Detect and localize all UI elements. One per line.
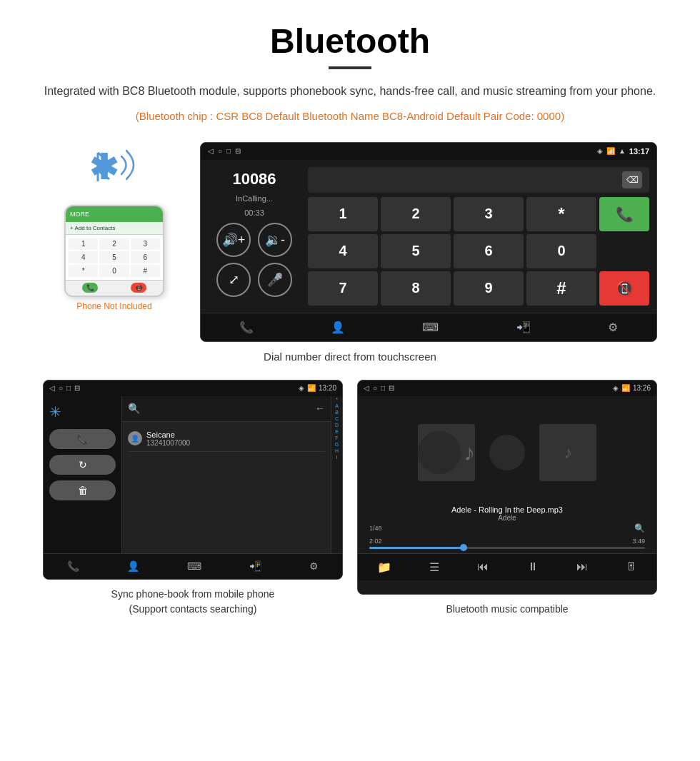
music-time: 13:26 <box>633 384 651 392</box>
key-3[interactable]: 3 <box>454 197 524 231</box>
backspace-btn[interactable]: ⌫ <box>622 171 642 188</box>
music-progress-bar[interactable] <box>369 547 645 549</box>
key-0[interactable]: 0 <box>526 234 596 268</box>
music-track-count: 1/48 <box>369 525 382 532</box>
music-time-row: 2:02 3:49 <box>369 538 645 545</box>
key-2[interactable]: 2 <box>381 197 451 231</box>
bluetooth-signal-icon: ✱ <box>82 142 146 192</box>
pb-device-icon[interactable]: 📲 <box>249 560 261 572</box>
pb-back-icon: ◁ <box>49 384 55 392</box>
phone-contact-row: + Add to Contacts <box>66 222 163 235</box>
answer-btn[interactable]: 📞 <box>599 197 649 231</box>
key-7[interactable]: 7 <box>308 271 378 306</box>
orange-note: (Bluetooth chip : CSR BC8 Default Blueto… <box>43 108 657 125</box>
pb-bluetooth-icon: ✳ <box>49 403 116 420</box>
dial-calling-status: InCalling... <box>236 194 273 203</box>
pb-contact-list: 👤 Seicane 13241007000 <box>122 422 331 456</box>
phonebook-screen: ◁ ○ □ ⊟ ◈ 📶 13:20 ✳ 📞 <box>43 380 343 580</box>
pb-contacts-icon[interactable]: 👤 <box>127 560 139 572</box>
back-nav-icon: ◁ <box>208 147 214 155</box>
key-9[interactable]: 9 <box>454 271 524 306</box>
music-right-icons: ◈ 📶 13:26 <box>613 384 651 392</box>
phone-keypad-grid: 1 2 3 4 5 6 * 0 # <box>69 238 160 277</box>
pb-alpha-a[interactable]: A <box>331 403 342 409</box>
dial-caption: Dial number direct from touchscreen <box>43 351 657 363</box>
screen-share-btn[interactable]: ⤢ <box>216 263 251 297</box>
key-1[interactable]: 1 <box>308 197 378 231</box>
album-placeholder-left <box>418 431 461 474</box>
mic-btn[interactable]: 🎤 <box>258 263 292 297</box>
music-screen: ◁ ○ □ ⊟ ◈ 📶 13:26 <box>357 380 657 595</box>
pb-alpha-e[interactable]: E <box>331 428 342 435</box>
pb-alpha-i[interactable]: I <box>331 454 342 460</box>
music-note-icon-main: ♪ <box>464 440 475 466</box>
phone-key: 0 <box>99 265 129 277</box>
key-6[interactable]: 6 <box>454 234 524 268</box>
pb-alpha-c[interactable]: C <box>331 415 342 422</box>
phonebook-item: ◁ ○ □ ⊟ ◈ 📶 13:20 ✳ 📞 <box>43 380 343 617</box>
page-title: Bluetooth <box>43 21 657 61</box>
pb-alpha-star: * <box>331 396 342 403</box>
music-eq-icon[interactable]: 🎚 <box>626 560 637 573</box>
music-prev-icon[interactable]: ⏮ <box>477 560 489 573</box>
music-signal-icon: 📶 <box>621 384 630 392</box>
phone-key: 3 <box>131 238 160 250</box>
volume-down-btn[interactable]: 🔉- <box>258 223 292 257</box>
dial-right: ⌫ 1 2 3 * 📞 4 5 6 0 7 8 <box>308 167 649 306</box>
key-hash[interactable]: # <box>526 271 596 306</box>
phone-top-bar: MORE <box>66 206 163 222</box>
pb-delete-btn[interactable]: 🗑 <box>49 480 116 500</box>
pb-sync-btn[interactable]: ↻ <box>49 455 116 475</box>
phone-call-red: 📵 <box>131 283 146 293</box>
music-progress-dot <box>460 544 467 551</box>
pb-alpha-b[interactable]: B <box>331 409 342 415</box>
key-4[interactable]: 4 <box>308 234 378 268</box>
dial-settings-icon[interactable]: ⚙ <box>604 316 622 338</box>
pb-alpha-bar: * A B C D E F G H I <box>331 396 342 553</box>
pb-contact-name: Seicane <box>146 430 190 439</box>
volume-up-btn[interactable]: 🔊+ <box>216 223 251 257</box>
key-star[interactable]: * <box>526 197 596 231</box>
pb-main: 🔍 ← 👤 Seicane 132410070 <box>122 396 342 553</box>
pb-alpha-f[interactable]: F <box>331 435 342 441</box>
pb-keypad-icon[interactable]: ⌨ <box>187 560 201 572</box>
pb-call-btn[interactable]: 📞 <box>49 429 116 449</box>
music-album-art-left: ♪ <box>418 424 475 481</box>
music-folder-icon[interactable]: 📁 <box>377 560 391 574</box>
key-5[interactable]: 5 <box>381 234 451 268</box>
dial-voicemail-icon[interactable]: 📲 <box>512 316 535 338</box>
music-item: ◁ ○ □ ⊟ ◈ 📶 13:26 <box>357 380 657 617</box>
dial-contacts-icon[interactable]: 👤 <box>326 316 349 338</box>
wifi-icon: ▲ <box>619 147 626 155</box>
pb-settings-icon[interactable]: ⚙ <box>309 560 319 572</box>
dial-calls-icon[interactable]: 📞 <box>235 316 258 338</box>
dial-extra-row: ⤢ 🎤 <box>216 263 292 297</box>
music-home-icon: ○ <box>373 384 377 392</box>
music-total-time: 3:49 <box>632 538 645 545</box>
music-current-time: 2:02 <box>369 538 382 545</box>
location-icon: ◈ <box>597 147 603 155</box>
dial-keypad-icon[interactable]: ⌨ <box>418 316 443 338</box>
music-song-title: Adele - Rolling In the Deep.mp3 <box>369 505 645 514</box>
phonebook-caption: Sync phone-book from mobile phone(Suppor… <box>43 587 343 617</box>
pb-calls-icon[interactable]: 📞 <box>67 560 79 572</box>
recent-nav-icon: □ <box>226 147 231 155</box>
key-8[interactable]: 8 <box>381 271 451 306</box>
music-list-icon[interactable]: ☰ <box>429 560 439 574</box>
music-nav-icons: ◁ ○ □ ⊟ <box>364 384 394 392</box>
music-next-icon[interactable]: ⏭ <box>576 560 588 573</box>
title-underline <box>329 66 371 69</box>
pb-location-icon: ◈ <box>299 384 304 392</box>
dial-status-bar: ◁ ○ □ ⊟ ◈ 📶 ▲ 13:17 <box>201 143 656 160</box>
album-placeholder-center <box>489 435 525 470</box>
music-play-pause-icon[interactable]: ⏸ <box>527 560 539 573</box>
pb-search-row: 🔍 ← <box>122 396 331 422</box>
phone-key: 2 <box>99 238 129 250</box>
music-caption: Bluetooth music compatible <box>357 602 657 617</box>
pb-alpha-d[interactable]: D <box>331 422 342 428</box>
music-search-icon[interactable]: 🔍 <box>634 523 645 533</box>
pb-alpha-h[interactable]: H <box>331 448 342 454</box>
hangup-btn[interactable]: 📵 <box>599 271 649 306</box>
pb-alpha-g[interactable]: G <box>331 441 342 448</box>
dial-bottom-bar: 📞 👤 ⌨ 📲 ⚙ <box>201 313 656 341</box>
